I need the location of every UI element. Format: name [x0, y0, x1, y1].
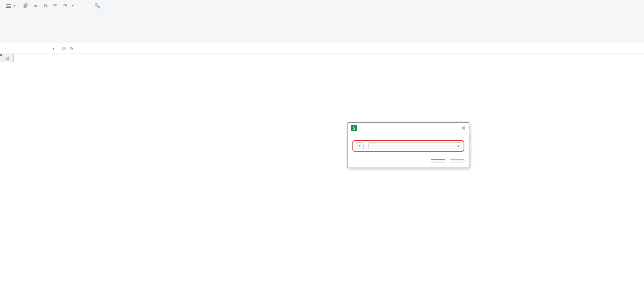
share-icon[interactable]: ∞ — [32, 3, 38, 9]
formula-bar-buttons: ⊚ fx — [57, 46, 78, 51]
search-icon: 🔍 — [94, 3, 100, 8]
format-select[interactable]: ▾ — [368, 142, 462, 149]
redo-icon[interactable]: ↷ — [62, 3, 68, 9]
condition-select[interactable]: ▾ — [355, 142, 363, 149]
search-box[interactable]: 🔍 — [94, 3, 102, 8]
undo-icon[interactable]: ↶ — [52, 3, 58, 9]
dialog-options-row: ▾ ▾ — [352, 140, 464, 152]
file-menu[interactable]: ▾ — [3, 3, 19, 9]
fx-icon[interactable]: fx — [70, 46, 73, 51]
formula-bar: ▾ ⊚ fx — [0, 43, 644, 54]
cancel-icon[interactable]: ⊚ — [62, 46, 66, 51]
app-icon: S — [351, 125, 357, 131]
qat-more-icon[interactable]: ▾ — [72, 4, 74, 8]
ribbon — [0, 11, 644, 43]
spreadsheet-grid — [0, 54, 644, 304]
chevron-down-icon: ▾ — [53, 46, 54, 51]
chevron-down-icon: ▾ — [457, 144, 459, 148]
menu-bar: ▾ 🗐 ∞ ⧉ ↶ ↷ ▾ 🔍 — [0, 0, 644, 11]
print-icon[interactable]: ⧉ — [42, 3, 48, 9]
ok-button[interactable] — [431, 159, 445, 163]
menu-icon — [6, 4, 11, 8]
cancel-button[interactable] — [450, 159, 464, 163]
duplicate-values-dialog: S ✕ ▾ ▾ — [348, 122, 469, 168]
selection-handle[interactable] — [0, 54, 2, 56]
close-icon[interactable]: ✕ — [461, 125, 466, 131]
quick-access-toolbar: 🗐 ∞ ⧉ ↶ ↷ ▾ — [22, 3, 74, 9]
dialog-titlebar[interactable]: S ✕ — [348, 123, 469, 133]
chevron-down-icon: ▾ — [359, 144, 361, 148]
chevron-down-icon: ▾ — [14, 4, 16, 8]
name-box[interactable]: ▾ — [0, 43, 57, 54]
save-icon[interactable]: 🗐 — [22, 3, 29, 9]
